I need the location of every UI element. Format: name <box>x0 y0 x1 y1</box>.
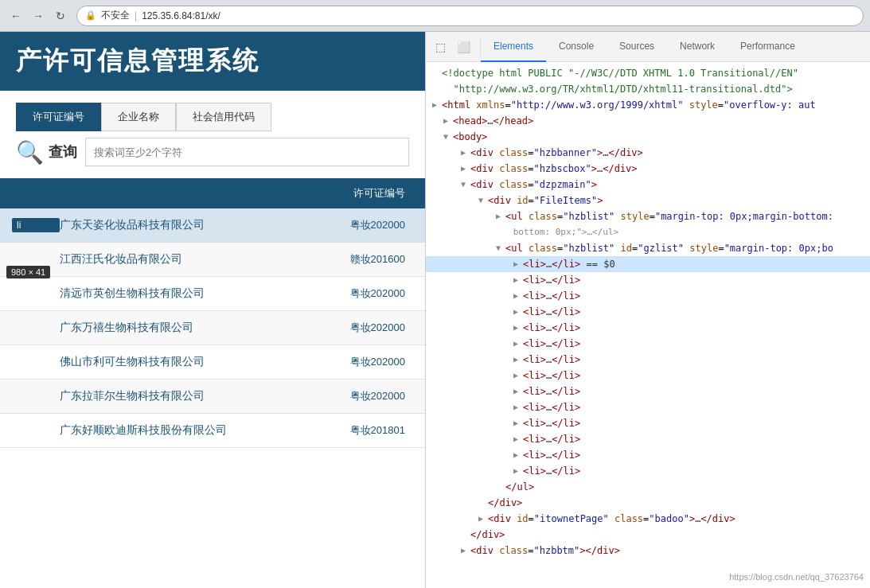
main-area: 产许可信息管理系统 许可证编号 企业名称 社会信用代码 🔍 查询 980 × 4… <box>0 32 870 588</box>
browser-chrome: ← → ↻ 🔒 不安全 | 125.35.6.84:81/xk/ <box>0 0 870 32</box>
row-index-badge <box>12 326 60 329</box>
col-name-header <box>60 186 302 201</box>
table-row[interactable]: 江西汪氏化妆品有限公司 赣妆201600 <box>0 243 425 277</box>
search-section: 许可证编号 企业名称 社会信用代码 🔍 查询 <box>0 91 425 178</box>
code-line: ▶ <li>…</li> <box>426 336 870 352</box>
tab-performance[interactable]: Performance <box>728 32 808 62</box>
code-line-selected[interactable]: ▶ <li>…</li> == $0 <box>426 256 870 272</box>
code-line: ▶ <li>…</li> <box>426 384 870 399</box>
code-line: ▼ <div id="FileItems"> <box>426 193 870 208</box>
row-index-badge <box>12 292 60 295</box>
row-license-num: 粤妆202000 <box>302 286 413 301</box>
code-line: ▶ <li>…</li> <box>426 399 870 415</box>
code-line: ▶ <div class="hzbbanner">…</div> <box>426 145 870 161</box>
row-company-name: 广东万禧生物科技有限公司 <box>60 321 302 335</box>
search-icon-area[interactable]: 🔍 查询 <box>16 139 77 165</box>
tab-license[interactable]: 许可证编号 <box>16 103 101 131</box>
row-company-name: 广东好顺欧迪斯科技股份有限公司 <box>60 423 302 438</box>
row-license-num: 粤妆202000 <box>302 389 413 403</box>
address-bar[interactable]: 🔒 不安全 | 125.35.6.84:81/xk/ <box>76 6 864 26</box>
code-line: ▼ <ul class="hzblist" id="gzlist" style=… <box>426 240 870 256</box>
row-license-num: 粤妆201801 <box>302 423 413 438</box>
table-row[interactable]: 广东万禧生物科技有限公司 粤妆202000 <box>0 311 425 345</box>
size-tooltip: 980 × 41 <box>6 266 50 278</box>
code-line: ▶ <li>…</li> <box>426 288 870 304</box>
code-line: ▶ <div id="itownetPage" class="badoo">…<… <box>426 511 870 527</box>
code-line: ▼ <body> <box>426 129 870 145</box>
devtools-tabs: Elements Console Sources Network Perform… <box>481 32 870 62</box>
page-title: 产许可信息管理系统 <box>16 44 409 79</box>
row-license-num: 赣妆201600 <box>302 252 413 267</box>
row-index-badge <box>12 258 60 261</box>
code-line: ▶ <ul class="hzblist" style="margin-top:… <box>426 208 870 224</box>
table-row[interactable]: li 广东天姿化妆品科技有限公司 粤妆202000 <box>0 208 425 243</box>
code-line: ▶ <li>…</li> <box>426 352 870 368</box>
code-line: <!doctype html PUBLIC "-//W3C//DTD XHTML… <box>426 65 870 81</box>
tab-bar: 许可证编号 企业名称 社会信用代码 <box>16 103 409 131</box>
col-license-header: 许可证编号 <box>302 186 413 201</box>
code-line: ▶ <li>…</li> <box>426 431 870 447</box>
tab-sources[interactable]: Sources <box>607 32 667 62</box>
row-license-num: 粤妆202000 <box>302 321 413 335</box>
code-line: ▶ <div class="hzbscbox">…</div> <box>426 161 870 177</box>
tab-credit[interactable]: 社会信用代码 <box>176 103 271 131</box>
tab-network[interactable]: Network <box>667 32 728 62</box>
tab-company[interactable]: 企业名称 <box>101 103 176 131</box>
data-table: li 广东天姿化妆品科技有限公司 粤妆202000 江西汪氏化妆品有限公司 赣妆… <box>0 208 425 588</box>
code-line: </ul> <box>426 479 870 495</box>
tab-elements[interactable]: Elements <box>481 32 546 62</box>
code-line: </div> <box>426 527 870 543</box>
row-company-name: 清远市英创生物科技有限公司 <box>60 286 302 301</box>
code-line: ▶ <li>…</li> <box>426 320 870 336</box>
search-icon: 🔍 <box>16 139 44 165</box>
table-row[interactable]: 广东好顺欧迪斯科技股份有限公司 粤妆201801 <box>0 414 425 448</box>
row-index-badge: li <box>12 218 60 232</box>
devtools-toolbar: ⬚ ⬜ Elements Console Sources Network Per… <box>426 32 870 62</box>
table-row[interactable]: 清远市英创生物科技有限公司 粤妆202000 <box>0 277 425 311</box>
watermark: https://blog.csdn.net/qq_37623764 <box>729 572 864 582</box>
address-text: 125.35.6.84:81/xk/ <box>142 10 220 21</box>
row-company-name: 佛山市利可生物科技有限公司 <box>60 355 302 369</box>
row-company-name: 广东天姿化妆品科技有限公司 <box>60 218 302 232</box>
insecure-label: 不安全 <box>101 9 130 22</box>
search-input[interactable] <box>85 138 409 166</box>
devtools-icons: ⬚ ⬜ <box>426 37 481 56</box>
code-line: ▶ <div class="hzbbtm"></div> <box>426 543 870 559</box>
row-company-name: 广东拉菲尔生物科技有限公司 <box>60 389 302 403</box>
search-label: 查询 <box>49 142 77 162</box>
forward-button[interactable]: → <box>29 6 48 25</box>
code-line: </div> <box>426 495 870 511</box>
code-line: "http://www.w3.org/TR/xhtml1/DTD/xhtml11… <box>426 81 870 97</box>
code-line: ▶ <li>…</li> <box>426 447 870 463</box>
code-line: ▶ <li>…</li> <box>426 463 870 479</box>
devtools-content[interactable]: <!doctype html PUBLIC "-//W3C//DTD XHTML… <box>426 62 870 588</box>
code-line: ▶ <li>…</li> <box>426 368 870 384</box>
back-button[interactable]: ← <box>6 6 25 25</box>
device-toolbar-icon[interactable]: ⬜ <box>454 37 474 56</box>
row-license-num: 粤妆202000 <box>302 355 413 369</box>
table-row[interactable]: 广东拉菲尔生物科技有限公司 粤妆202000 <box>0 380 425 414</box>
search-row: 🔍 查询 <box>16 138 409 166</box>
table-header: 许可证编号 <box>0 178 425 208</box>
refresh-button[interactable]: ↻ <box>51 6 70 25</box>
table-row[interactable]: 佛山市利可生物科技有限公司 粤妆202000 <box>0 345 425 380</box>
lock-icon: 🔒 <box>85 10 96 21</box>
code-line: ▶ <html xmlns="http://www.w3.org/1999/xh… <box>426 97 870 113</box>
nav-buttons: ← → ↻ <box>6 6 70 25</box>
tab-console[interactable]: Console <box>546 32 607 62</box>
row-company-name: 江西汪氏化妆品有限公司 <box>60 252 302 267</box>
row-index-badge <box>12 395 60 398</box>
devtools-panel: ⬚ ⬜ Elements Console Sources Network Per… <box>426 32 870 588</box>
inspect-element-icon[interactable]: ⬚ <box>432 37 449 56</box>
code-line: ▶ <head>…</head> <box>426 113 870 129</box>
row-license-num: 粤妆202000 <box>302 218 413 232</box>
code-line: ▶ <li>…</li> <box>426 272 870 288</box>
webpage-panel: 产许可信息管理系统 许可证编号 企业名称 社会信用代码 🔍 查询 980 × 4… <box>0 32 426 588</box>
code-line: bottom: 0px;">…</ul> <box>426 224 870 240</box>
code-line: ▶ <li>…</li> <box>426 304 870 320</box>
page-header: 产许可信息管理系统 <box>0 32 425 91</box>
code-line: ▶ <li>…</li> <box>426 415 870 431</box>
row-index-badge <box>12 429 60 432</box>
row-index-badge <box>12 360 60 364</box>
code-line: ▼ <div class="dzpzmain"> <box>426 177 870 193</box>
